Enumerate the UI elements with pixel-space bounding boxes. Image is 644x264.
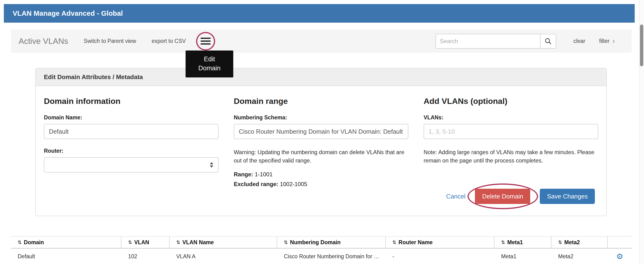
up-down-arrows-icon xyxy=(210,162,213,168)
filter-link[interactable]: filter › xyxy=(599,37,615,45)
cell-meta1: Meta1 xyxy=(494,253,552,260)
cell-router-name: - xyxy=(386,253,494,260)
column-header-meta1[interactable]: ⇅ Meta1 xyxy=(494,237,552,248)
column-header-vlan[interactable]: ⇅ VLAN xyxy=(122,237,170,248)
column-header-domain[interactable]: ⇅ Domain xyxy=(11,237,122,248)
cell-meta2: Meta2 xyxy=(552,253,608,260)
vlans-note-text: Note: Adding large ranges of VLANs may t… xyxy=(424,148,598,165)
excluded-range-label: Excluded range: xyxy=(234,181,278,187)
range-line: Range: 1-1001 xyxy=(234,171,408,178)
domain-information-heading: Domain information xyxy=(44,96,218,106)
sort-icon: ⇅ xyxy=(18,240,22,245)
sort-icon: ⇅ xyxy=(128,240,132,245)
search-group xyxy=(436,34,556,49)
domain-range-section: Domain range Numbering Schema: Warning: … xyxy=(234,93,408,188)
excluded-range-value: 1002-1005 xyxy=(280,181,307,187)
cell-domain: Default xyxy=(11,253,122,260)
range-value: 1-1001 xyxy=(255,171,273,178)
add-vlans-section: Add VLANs (optional) VLANs: Note: Adding… xyxy=(424,93,598,188)
sort-icon: ⇅ xyxy=(501,240,505,245)
cancel-link[interactable]: Cancel xyxy=(446,193,466,200)
table-row: Default 102 VLAN A Cisco Router Numberin… xyxy=(11,249,632,264)
save-changes-button[interactable]: Save Changes xyxy=(540,189,595,204)
column-header-router-name[interactable]: ⇅ Router Name xyxy=(386,237,494,248)
switch-to-parent-view-link[interactable]: Switch to Parent view xyxy=(84,38,136,44)
search-input[interactable] xyxy=(436,34,540,49)
domain-information-section: Domain information Domain Name: Router: xyxy=(44,93,218,188)
column-header-actions xyxy=(608,237,632,248)
edit-domain-menu-button[interactable] xyxy=(200,38,210,44)
search-icon xyxy=(544,38,552,45)
excluded-range-line: Excluded range: 1002-1005 xyxy=(234,181,408,188)
gear-icon[interactable]: ⚙ xyxy=(616,253,623,261)
edit-domain-panel: Edit Domain Attributes / Metadata Domain… xyxy=(35,68,607,216)
domain-name-label: Domain Name: xyxy=(44,114,218,121)
panel-header: Edit Domain Attributes / Metadata xyxy=(36,68,606,86)
toolbar: Active VLANs Switch to Parent view expor… xyxy=(11,29,632,53)
page-title: VLAN Manage Advanced - Global xyxy=(13,9,123,17)
numbering-schema-label: Numbering Schema: xyxy=(234,114,408,121)
panel-actions: Cancel Delete Domain Save Changes xyxy=(446,189,595,204)
router-select[interactable] xyxy=(44,157,218,173)
domain-name-input[interactable] xyxy=(44,124,218,139)
cell-numbering-domain: Cisco Router Numbering Domain for … xyxy=(277,253,386,260)
sort-icon: ⇅ xyxy=(392,240,396,245)
panel-title: Edit Domain Attributes / Metadata xyxy=(44,73,143,81)
numbering-schema-input[interactable] xyxy=(234,124,408,139)
sort-icon: ⇅ xyxy=(284,240,288,245)
export-to-csv-link[interactable]: export to CSV xyxy=(152,38,186,44)
active-vlans-title: Active VLANs xyxy=(18,36,68,46)
sort-icon: ⇅ xyxy=(176,240,180,245)
sort-icon: ⇅ xyxy=(558,240,562,245)
search-button[interactable] xyxy=(540,34,556,49)
cell-actions: ⚙ xyxy=(608,253,632,261)
vlans-label: VLANs: xyxy=(424,114,598,121)
numbering-warning-text: Warning: Updating the numbering domain c… xyxy=(234,148,408,165)
column-header-vlan-name[interactable]: ⇅ VLAN Name xyxy=(170,237,277,248)
vlan-table: ⇅ Domain ⇅ VLAN ⇅ VLAN Name ⇅ Numbering … xyxy=(11,236,632,264)
app-title-bar: VLAN Manage Advanced - Global xyxy=(4,4,635,23)
router-label: Router: xyxy=(44,148,218,154)
clear-link[interactable]: clear xyxy=(574,38,585,44)
filter-link-label: filter xyxy=(599,38,610,44)
add-vlans-heading: Add VLANs (optional) xyxy=(424,96,598,106)
delete-domain-button[interactable]: Delete Domain xyxy=(475,189,530,204)
range-label: Range: xyxy=(234,171,253,178)
chevron-right-icon: › xyxy=(612,37,615,44)
edit-domain-tooltip: Edit Domain xyxy=(186,50,233,77)
column-header-numbering-domain[interactable]: ⇅ Numbering Domain xyxy=(277,237,386,248)
vlans-input[interactable] xyxy=(424,124,598,139)
table-header-row: ⇅ Domain ⇅ VLAN ⇅ VLAN Name ⇅ Numbering … xyxy=(11,236,632,249)
hamburger-icon xyxy=(200,38,210,39)
cell-vlan: 102 xyxy=(122,253,170,260)
scrollbar-thumb[interactable] xyxy=(640,24,643,66)
column-header-meta2[interactable]: ⇅ Meta2 xyxy=(552,237,608,248)
scrollbar-track xyxy=(639,0,644,264)
domain-range-heading: Domain range xyxy=(234,96,408,106)
cell-vlan-name: VLAN A xyxy=(170,253,277,260)
